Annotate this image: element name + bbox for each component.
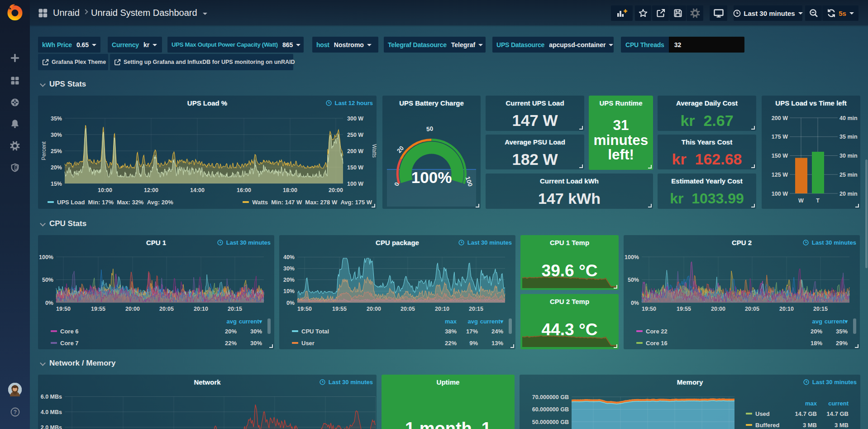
svg-text:100 W: 100 W (347, 181, 363, 187)
svg-text:20%: 20% (51, 164, 62, 171)
svg-text:12:00: 12:00 (144, 187, 158, 193)
svg-text:250 W: 250 W (347, 132, 363, 138)
svg-text:20:00: 20:00 (125, 306, 140, 312)
svg-text:20:15: 20:15 (469, 306, 483, 312)
svg-text:Percent: Percent (41, 141, 47, 160)
svg-text:50.000000 GB: 50.000000 GB (532, 419, 569, 425)
svg-text:35%: 35% (51, 116, 62, 122)
svg-text:19:55: 19:55 (332, 306, 347, 312)
svg-text:?: ? (14, 409, 17, 415)
svg-text:0%: 0% (45, 300, 53, 306)
svg-text:15%: 15% (51, 181, 62, 187)
svg-text:20:00: 20:00 (329, 187, 343, 193)
svg-text:19:50: 19:50 (642, 306, 656, 312)
svg-text:10:00: 10:00 (98, 187, 112, 193)
svg-text:2.0 MBs: 2.0 MBs (41, 424, 62, 429)
svg-text:150 W: 150 W (347, 164, 363, 171)
svg-text:100%: 100% (39, 254, 53, 260)
svg-text:19:50: 19:50 (56, 306, 71, 312)
svg-text:20%: 20% (283, 277, 295, 283)
svg-text:50%: 50% (628, 277, 639, 283)
svg-text:175 W: 175 W (772, 134, 788, 140)
svg-text:125 W: 125 W (772, 172, 788, 178)
svg-text:18:00: 18:00 (283, 187, 297, 193)
svg-text:20:05: 20:05 (159, 306, 174, 312)
svg-text:30%: 30% (51, 132, 62, 138)
svg-text:20:00: 20:00 (711, 306, 725, 312)
svg-text:60.000000 GB: 60.000000 GB (532, 406, 569, 413)
svg-text:40 min: 40 min (839, 115, 858, 121)
svg-text:20:05: 20:05 (401, 306, 415, 312)
svg-text:20:15: 20:15 (228, 306, 242, 312)
svg-text:20:10: 20:10 (194, 306, 208, 312)
svg-text:10%: 10% (283, 288, 295, 294)
svg-text:0%: 0% (286, 300, 295, 306)
svg-text:100%: 100% (625, 254, 639, 260)
svg-text:20:10: 20:10 (435, 306, 449, 312)
svg-text:200 W: 200 W (772, 115, 788, 121)
svg-text:70.000000 GB: 70.000000 GB (532, 394, 569, 400)
svg-text:30%: 30% (283, 265, 295, 272)
svg-text:25%: 25% (51, 148, 62, 154)
svg-text:0%: 0% (631, 300, 639, 306)
svg-text:Watts: Watts (371, 144, 377, 158)
svg-text:200 W: 200 W (347, 148, 363, 154)
svg-text:6.0 MBs: 6.0 MBs (41, 394, 62, 400)
svg-text:19:50: 19:50 (297, 306, 312, 312)
svg-text:T: T (816, 198, 820, 204)
svg-text:25 min: 25 min (839, 172, 858, 178)
svg-text:20:05: 20:05 (745, 306, 759, 312)
svg-text:50%: 50% (42, 277, 53, 283)
svg-text:300 W: 300 W (347, 116, 363, 122)
svg-text:150 W: 150 W (772, 153, 788, 159)
svg-text:19:55: 19:55 (91, 306, 105, 312)
svg-text:50: 50 (426, 125, 433, 132)
svg-text:4.0 MBs: 4.0 MBs (41, 409, 62, 415)
svg-text:16:00: 16:00 (237, 187, 251, 193)
svg-text:20 min: 20 min (839, 191, 858, 197)
svg-text:14:00: 14:00 (190, 187, 205, 193)
svg-text:20:15: 20:15 (813, 306, 828, 312)
svg-text:40%: 40% (283, 254, 295, 260)
svg-text:W: W (798, 198, 804, 204)
svg-text:19:55: 19:55 (677, 306, 691, 312)
svg-text:20:00: 20:00 (367, 306, 381, 312)
svg-text:35 min: 35 min (839, 134, 858, 140)
svg-text:30 min: 30 min (839, 153, 858, 159)
svg-text:20:10: 20:10 (779, 306, 794, 312)
svg-text:100 W: 100 W (772, 191, 788, 197)
